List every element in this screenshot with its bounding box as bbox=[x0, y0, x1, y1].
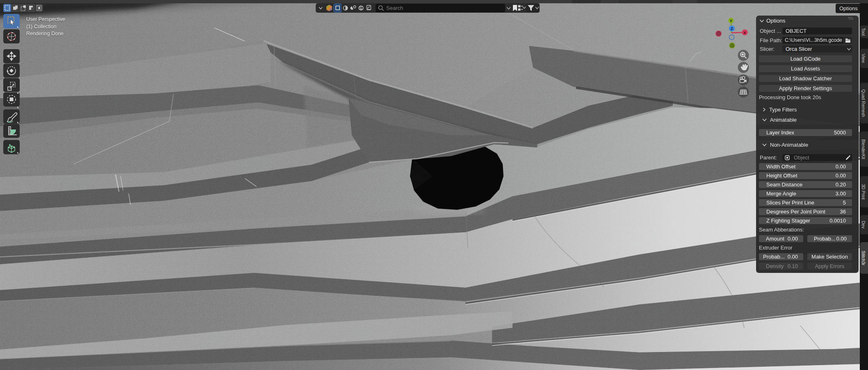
svg-text:Z: Z bbox=[731, 26, 733, 31]
svg-text:Search: Search bbox=[386, 5, 403, 11]
svg-text:X: X bbox=[743, 30, 746, 35]
svg-text:Y: Y bbox=[730, 18, 733, 23]
